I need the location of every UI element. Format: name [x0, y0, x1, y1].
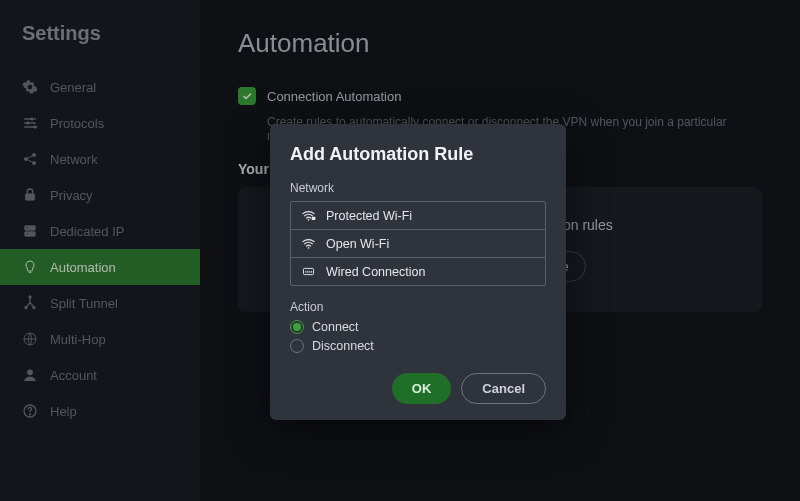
svg-rect-19: [312, 217, 316, 220]
action-option-disconnect[interactable]: Disconnect: [290, 339, 546, 353]
radio-connect[interactable]: [290, 320, 304, 334]
svg-point-18: [308, 219, 310, 221]
action-option-connect[interactable]: Connect: [290, 320, 546, 334]
modal-actions: OK Cancel: [290, 373, 546, 404]
network-option-wired[interactable]: Wired Connection: [291, 258, 545, 285]
wifi-lock-icon: [301, 208, 316, 223]
action-field-label: Action: [290, 300, 546, 314]
network-option-label: Protected Wi-Fi: [326, 209, 412, 223]
radio-disconnect[interactable]: [290, 339, 304, 353]
svg-point-20: [308, 247, 310, 249]
modal-title: Add Automation Rule: [290, 144, 546, 165]
ethernet-icon: [301, 264, 316, 279]
ok-button[interactable]: OK: [392, 373, 452, 404]
add-rule-modal: Add Automation Rule Network Protected Wi…: [270, 124, 566, 420]
network-option-open-wifi[interactable]: Open Wi-Fi: [291, 230, 545, 258]
network-option-label: Wired Connection: [326, 265, 425, 279]
network-field-label: Network: [290, 181, 546, 195]
network-option-label: Open Wi-Fi: [326, 237, 389, 251]
cancel-button[interactable]: Cancel: [461, 373, 546, 404]
network-option-protected-wifi[interactable]: Protected Wi-Fi: [291, 202, 545, 230]
radio-disconnect-label: Disconnect: [312, 339, 374, 353]
wifi-icon: [301, 236, 316, 251]
radio-connect-label: Connect: [312, 320, 359, 334]
network-list: Protected Wi-Fi Open Wi-Fi Wired Connect…: [290, 201, 546, 286]
